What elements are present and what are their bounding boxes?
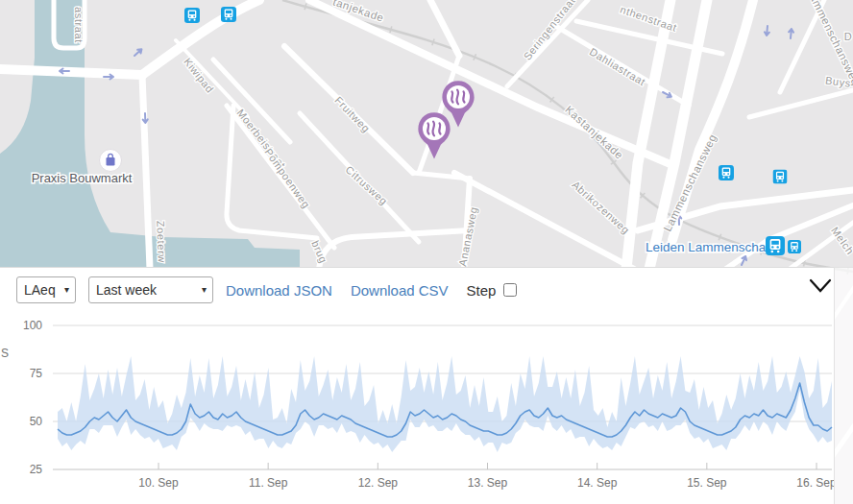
transit-station-icon [788, 240, 801, 253]
x-axis-tick-label: 10. Sep [138, 476, 179, 490]
step-checkbox[interactable] [503, 283, 517, 297]
x-axis-tick-label: 12. Sep [358, 476, 399, 490]
metric-select-wrap: LAeq [16, 276, 76, 303]
range-select-wrap: Last week [88, 276, 213, 303]
transit-station-icon [773, 170, 788, 184]
app-window: astraatKiwipadMoerbeistraatFruitwegPompo… [0, 0, 853, 504]
x-axis-tick-label: 16. Sep [796, 476, 834, 490]
range-select[interactable]: Last week [88, 276, 213, 303]
y-axis-tick-label: 100 [23, 319, 42, 332]
x-axis-tick-label: 15. Sep [687, 476, 727, 490]
y-axis-tick-label: 50 [30, 415, 43, 428]
transit-station-icon [184, 8, 200, 23]
street-label: astraat [73, 7, 85, 43]
x-axis-tick-label: 11. Sep [249, 476, 288, 490]
x-axis-tick-label: 13. Sep [468, 476, 508, 490]
laeq-chart[interactable]: 10075502510. Sep11. Sep12. Sep13. Sep14.… [0, 312, 834, 504]
download-csv-link[interactable]: Download CSV [351, 282, 449, 299]
chart-panel: LAeq Last week Download JSON Download CS… [0, 267, 834, 504]
chart-controls: LAeq Last week Download JSON Download CS… [16, 276, 520, 303]
poi-praxis-label[interactable]: Praxis Bouwmarkt [32, 171, 133, 185]
download-json-link[interactable]: Download JSON [226, 282, 332, 299]
poi-praxis-icon[interactable] [100, 150, 122, 172]
collapse-chevron-icon[interactable] [809, 278, 832, 294]
transit-station-icon [766, 236, 785, 255]
station-label[interactable]: Leiden Lammenschans [646, 240, 780, 254]
minmax-band [58, 356, 832, 452]
transit-station-icon [221, 7, 236, 22]
street-label: D [844, 31, 853, 42]
y-axis-tick-label: 25 [30, 463, 43, 476]
street-label: Zoeterw [155, 221, 168, 263]
step-toggle: Step [467, 280, 521, 300]
transit-station-icon [719, 165, 734, 180]
y-axis-tick-label: 75 [30, 367, 43, 380]
map-dim-strip [834, 267, 853, 504]
step-label: Step [467, 282, 497, 299]
metric-select[interactable]: LAeq [16, 276, 76, 303]
x-axis-tick-label: 14. Sep [577, 476, 618, 490]
